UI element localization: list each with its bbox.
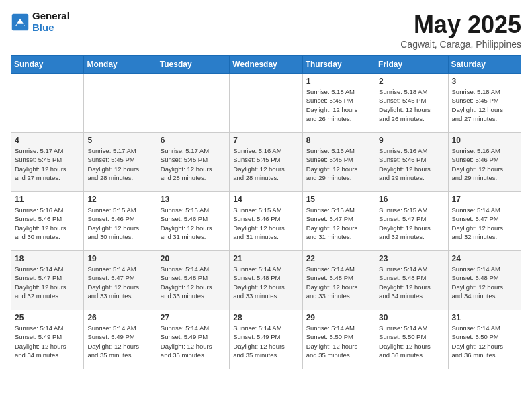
day-number: 14 — [233, 195, 298, 204]
weekday-header-thursday: Thursday — [302, 56, 375, 74]
day-info: Sunrise: 5:14 AM Sunset: 5:50 PM Dayligh… — [379, 324, 444, 359]
day-number: 21 — [233, 254, 298, 263]
weekday-header-tuesday: Tuesday — [157, 56, 229, 74]
week-row-4: 18Sunrise: 5:14 AM Sunset: 5:47 PM Dayli… — [11, 251, 521, 310]
logo: General Blue — [11, 11, 70, 33]
day-cell: 5Sunrise: 5:17 AM Sunset: 5:45 PM Daylig… — [84, 133, 157, 192]
day-number: 29 — [306, 313, 371, 322]
day-cell: 22Sunrise: 5:14 AM Sunset: 5:48 PM Dayli… — [302, 251, 375, 310]
week-row-2: 4Sunrise: 5:17 AM Sunset: 5:45 PM Daylig… — [11, 133, 521, 192]
day-number: 8 — [306, 136, 371, 145]
day-cell: 17Sunrise: 5:14 AM Sunset: 5:47 PM Dayli… — [448, 192, 521, 251]
day-cell: 29Sunrise: 5:14 AM Sunset: 5:50 PM Dayli… — [302, 310, 375, 369]
day-info: Sunrise: 5:14 AM Sunset: 5:48 PM Dayligh… — [233, 265, 298, 300]
day-cell: 24Sunrise: 5:14 AM Sunset: 5:48 PM Dayli… — [448, 251, 521, 310]
day-info: Sunrise: 5:16 AM Sunset: 5:45 PM Dayligh… — [306, 146, 371, 182]
day-info: Sunrise: 5:14 AM Sunset: 5:48 PM Dayligh… — [161, 265, 226, 300]
day-cell: 21Sunrise: 5:14 AM Sunset: 5:48 PM Dayli… — [230, 251, 302, 310]
day-cell: 13Sunrise: 5:15 AM Sunset: 5:46 PM Dayli… — [157, 192, 229, 251]
day-cell — [84, 74, 157, 133]
day-info: Sunrise: 5:14 AM Sunset: 5:50 PM Dayligh… — [452, 324, 517, 359]
day-info: Sunrise: 5:16 AM Sunset: 5:46 PM Dayligh… — [15, 205, 80, 241]
day-cell: 10Sunrise: 5:16 AM Sunset: 5:46 PM Dayli… — [448, 133, 521, 192]
day-info: Sunrise: 5:18 AM Sunset: 5:45 PM Dayligh… — [379, 87, 444, 123]
day-info: Sunrise: 5:14 AM Sunset: 5:50 PM Dayligh… — [306, 324, 371, 359]
day-cell — [157, 74, 229, 133]
day-number: 23 — [379, 254, 444, 263]
day-info: Sunrise: 5:16 AM Sunset: 5:46 PM Dayligh… — [379, 146, 444, 182]
day-cell: 26Sunrise: 5:14 AM Sunset: 5:49 PM Dayli… — [84, 310, 157, 369]
day-cell: 30Sunrise: 5:14 AM Sunset: 5:50 PM Dayli… — [375, 310, 448, 369]
day-cell: 4Sunrise: 5:17 AM Sunset: 5:45 PM Daylig… — [11, 133, 84, 192]
day-info: Sunrise: 5:16 AM Sunset: 5:45 PM Dayligh… — [233, 146, 298, 182]
day-cell: 25Sunrise: 5:14 AM Sunset: 5:49 PM Dayli… — [11, 310, 84, 369]
day-info: Sunrise: 5:14 AM Sunset: 5:47 PM Dayligh… — [15, 265, 80, 300]
logo-icon — [11, 13, 30, 32]
day-info: Sunrise: 5:17 AM Sunset: 5:45 PM Dayligh… — [15, 146, 80, 182]
day-cell: 6Sunrise: 5:17 AM Sunset: 5:45 PM Daylig… — [157, 133, 229, 192]
day-cell: 31Sunrise: 5:14 AM Sunset: 5:50 PM Dayli… — [448, 310, 521, 369]
day-info: Sunrise: 5:14 AM Sunset: 5:49 PM Dayligh… — [87, 324, 152, 359]
day-number: 1 — [306, 77, 371, 86]
location: Cagwait, Caraga, Philippines — [400, 39, 521, 50]
day-number: 2 — [379, 77, 444, 86]
day-cell: 3Sunrise: 5:18 AM Sunset: 5:45 PM Daylig… — [448, 74, 521, 133]
day-info: Sunrise: 5:14 AM Sunset: 5:48 PM Dayligh… — [452, 265, 517, 300]
day-cell: 12Sunrise: 5:15 AM Sunset: 5:46 PM Dayli… — [84, 192, 157, 251]
day-number: 31 — [452, 313, 517, 322]
day-number: 28 — [233, 313, 298, 322]
day-number: 22 — [306, 254, 371, 263]
day-number: 19 — [87, 254, 152, 263]
day-cell: 11Sunrise: 5:16 AM Sunset: 5:46 PM Dayli… — [11, 192, 84, 251]
day-info: Sunrise: 5:15 AM Sunset: 5:46 PM Dayligh… — [87, 205, 152, 241]
day-cell: 2Sunrise: 5:18 AM Sunset: 5:45 PM Daylig… — [375, 74, 448, 133]
day-cell: 28Sunrise: 5:14 AM Sunset: 5:49 PM Dayli… — [230, 310, 302, 369]
week-row-1: 1Sunrise: 5:18 AM Sunset: 5:45 PM Daylig… — [11, 74, 521, 133]
day-cell: 8Sunrise: 5:16 AM Sunset: 5:45 PM Daylig… — [302, 133, 375, 192]
weekday-header-saturday: Saturday — [448, 56, 521, 74]
day-number: 15 — [306, 195, 371, 204]
title-block: May 2025 Cagwait, Caraga, Philippines — [400, 11, 521, 50]
weekday-header-sunday: Sunday — [11, 56, 84, 74]
svg-rect-2 — [17, 23, 24, 26]
day-number: 13 — [161, 195, 226, 204]
day-info: Sunrise: 5:14 AM Sunset: 5:47 PM Dayligh… — [87, 265, 152, 300]
day-number: 9 — [379, 136, 444, 145]
calendar: SundayMondayTuesdayWednesdayThursdayFrid… — [11, 55, 521, 369]
day-number: 11 — [15, 195, 80, 204]
weekday-header-monday: Monday — [84, 56, 157, 74]
day-number: 17 — [452, 195, 517, 204]
day-info: Sunrise: 5:15 AM Sunset: 5:47 PM Dayligh… — [306, 205, 371, 241]
day-number: 5 — [87, 136, 152, 145]
day-info: Sunrise: 5:18 AM Sunset: 5:45 PM Dayligh… — [306, 87, 371, 123]
day-cell: 16Sunrise: 5:15 AM Sunset: 5:47 PM Dayli… — [375, 192, 448, 251]
day-info: Sunrise: 5:14 AM Sunset: 5:49 PM Dayligh… — [15, 324, 80, 359]
day-number: 30 — [379, 313, 444, 322]
day-cell: 14Sunrise: 5:15 AM Sunset: 5:46 PM Dayli… — [230, 192, 302, 251]
day-cell: 23Sunrise: 5:14 AM Sunset: 5:48 PM Dayli… — [375, 251, 448, 310]
day-number: 24 — [452, 254, 517, 263]
day-number: 20 — [161, 254, 226, 263]
day-info: Sunrise: 5:17 AM Sunset: 5:45 PM Dayligh… — [87, 146, 152, 182]
day-info: Sunrise: 5:14 AM Sunset: 5:47 PM Dayligh… — [452, 205, 517, 241]
day-info: Sunrise: 5:15 AM Sunset: 5:47 PM Dayligh… — [379, 205, 444, 241]
day-info: Sunrise: 5:17 AM Sunset: 5:45 PM Dayligh… — [161, 146, 226, 182]
day-info: Sunrise: 5:16 AM Sunset: 5:46 PM Dayligh… — [452, 146, 517, 182]
day-number: 10 — [452, 136, 517, 145]
day-info: Sunrise: 5:18 AM Sunset: 5:45 PM Dayligh… — [452, 87, 517, 123]
day-cell: 15Sunrise: 5:15 AM Sunset: 5:47 PM Dayli… — [302, 192, 375, 251]
day-cell: 19Sunrise: 5:14 AM Sunset: 5:47 PM Dayli… — [84, 251, 157, 310]
day-cell — [230, 74, 302, 133]
day-number: 27 — [161, 313, 226, 322]
day-info: Sunrise: 5:14 AM Sunset: 5:48 PM Dayligh… — [379, 265, 444, 300]
day-cell: 9Sunrise: 5:16 AM Sunset: 5:46 PM Daylig… — [375, 133, 448, 192]
day-number: 6 — [161, 136, 226, 145]
day-number: 18 — [15, 254, 80, 263]
day-number: 3 — [452, 77, 517, 86]
day-info: Sunrise: 5:14 AM Sunset: 5:48 PM Dayligh… — [306, 265, 371, 300]
day-cell: 27Sunrise: 5:14 AM Sunset: 5:49 PM Dayli… — [157, 310, 229, 369]
day-cell: 1Sunrise: 5:18 AM Sunset: 5:45 PM Daylig… — [302, 74, 375, 133]
day-cell — [11, 74, 84, 133]
day-info: Sunrise: 5:15 AM Sunset: 5:46 PM Dayligh… — [161, 205, 226, 241]
day-number: 25 — [15, 313, 80, 322]
